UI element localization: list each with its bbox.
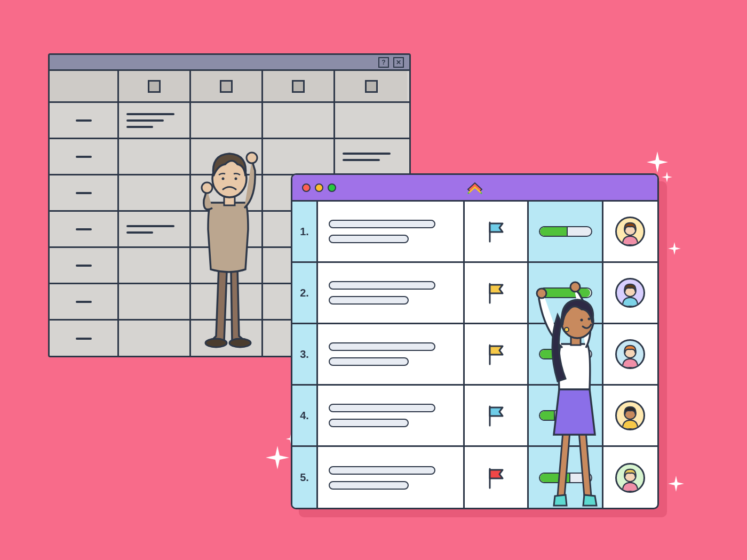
flag-icon (486, 404, 507, 427)
avatar-icon (615, 217, 645, 246)
help-button[interactable]: ? (378, 57, 389, 68)
priority-flag-cell[interactable] (465, 263, 529, 323)
spreadsheet-row (50, 103, 409, 139)
progress-cell[interactable] (529, 202, 603, 261)
text-line-placeholder (329, 235, 409, 243)
task-title-cell[interactable] (318, 263, 465, 323)
column-header-box (220, 80, 233, 93)
text-line-placeholder (329, 419, 409, 427)
text-line-placeholder (329, 357, 409, 366)
row-number: 5. (292, 447, 318, 508)
text-line-placeholder (329, 220, 435, 228)
row-number: 4. (292, 386, 318, 445)
flag-icon (486, 282, 507, 304)
svg-point-7 (235, 178, 237, 180)
close-icon[interactable] (302, 183, 311, 192)
window-controls (302, 183, 336, 192)
flag-icon (486, 220, 507, 243)
svg-point-2 (202, 182, 212, 193)
priority-flag-cell[interactable] (465, 447, 529, 508)
task-title-cell[interactable] (318, 447, 465, 508)
text-line-placeholder (329, 404, 435, 412)
task-title-cell[interactable] (318, 386, 465, 445)
svg-point-22 (565, 327, 569, 332)
svg-point-1 (229, 339, 251, 347)
flag-icon (486, 343, 507, 365)
new-titlebar (292, 175, 657, 202)
flag-icon (486, 467, 507, 489)
old-titlebar: ? ✕ (50, 55, 409, 71)
sparkle-icon (668, 242, 681, 255)
task-row[interactable]: 1. (292, 202, 657, 263)
svg-point-6 (222, 178, 225, 180)
progress-bar (539, 226, 592, 237)
text-line-placeholder (329, 481, 409, 490)
svg-point-24 (588, 318, 591, 321)
column-header-box (292, 80, 305, 93)
text-line-placeholder (329, 466, 435, 475)
task-title-cell[interactable] (318, 324, 465, 384)
sparkle-icon (668, 476, 684, 492)
sparkle-icon (647, 151, 668, 173)
close-button[interactable]: ✕ (393, 57, 404, 68)
svg-point-19 (570, 282, 580, 292)
column-header-box (365, 80, 378, 93)
row-number: 3. (292, 324, 318, 384)
column-header-box (148, 80, 161, 93)
frustrated-person-illustration (181, 139, 283, 352)
priority-flag-cell[interactable] (465, 386, 529, 445)
svg-point-0 (205, 339, 227, 347)
text-line-placeholder (329, 281, 435, 290)
sparkle-icon (662, 172, 672, 182)
svg-point-18 (537, 289, 546, 298)
svg-point-23 (581, 319, 583, 322)
svg-point-3 (247, 153, 257, 163)
text-line-placeholder (329, 342, 435, 351)
priority-flag-cell[interactable] (465, 202, 529, 261)
happy-person-illustration (528, 272, 624, 517)
priority-flag-cell[interactable] (465, 324, 529, 384)
maximize-icon[interactable] (328, 183, 336, 192)
assignee-cell[interactable] (603, 202, 657, 261)
sparkle-icon (266, 446, 289, 469)
old-column-headers (50, 71, 409, 103)
task-title-cell[interactable] (318, 202, 465, 261)
text-line-placeholder (329, 296, 409, 305)
row-number: 1. (292, 202, 318, 261)
row-number: 2. (292, 263, 318, 323)
app-logo-icon (466, 180, 484, 196)
minimize-icon[interactable] (315, 183, 323, 192)
